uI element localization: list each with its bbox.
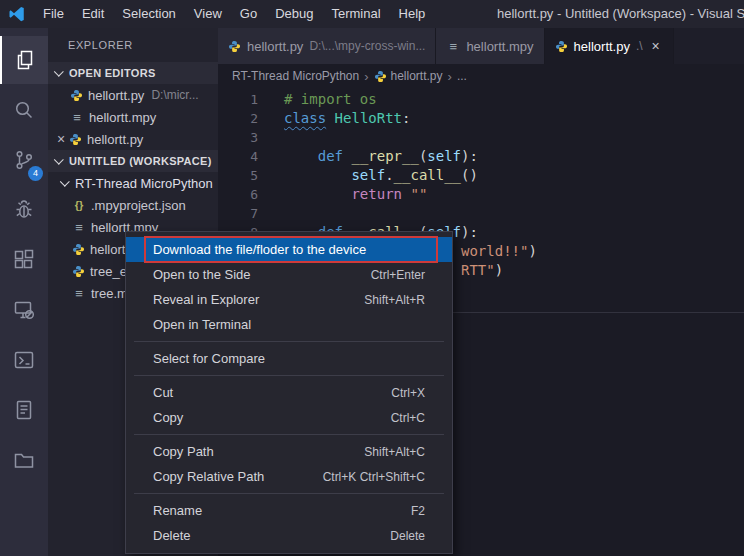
tree-folder-rt-thread-micropython[interactable]: RT-Thread MicroPython: [48, 172, 218, 194]
menu-shortcut: F2: [411, 504, 425, 518]
explorer-icon: [13, 48, 37, 72]
tree-item[interactable]: {} .mpyproject.json: [48, 194, 218, 216]
context-menu-separator: [134, 434, 444, 435]
menubar-item-terminal[interactable]: Terminal: [322, 0, 389, 28]
output-log-icon: [12, 398, 36, 422]
vscode-window: FileEditSelectionViewGoDebugTerminalHelp…: [0, 0, 744, 556]
code-text: class HelloRtt:: [284, 109, 410, 128]
tree-item-label: .mpyproject.json: [91, 198, 186, 213]
tab-label: hellortt.py: [247, 39, 303, 54]
menubar-item-view[interactable]: View: [185, 0, 231, 28]
python-file-icon: [374, 70, 387, 83]
context-menu-item[interactable]: Copy Relative Path Ctrl+K Ctrl+Shift+C: [126, 464, 452, 489]
activity-folder-view[interactable]: [0, 436, 48, 484]
editor-tab[interactable]: hellortt.py .\ ×: [545, 28, 674, 64]
editor-tab[interactable]: hellortt.py D:\...\mpy-cross-win...: [218, 28, 436, 64]
open-editor-item[interactable]: hellortt.py D:\micr...: [48, 84, 218, 106]
extensions-icon: [12, 248, 36, 272]
line-number: 1: [218, 90, 258, 109]
activity-remote-device[interactable]: [0, 286, 48, 334]
json-file-icon: {}: [72, 199, 86, 211]
python-file-icon: [69, 133, 82, 146]
editor-tab[interactable]: ≡ hellortt.mpy: [436, 28, 544, 64]
breadcrumb-label: hellortt.py: [391, 69, 443, 83]
vscode-logo-icon: [0, 5, 34, 23]
open-editor-label: hellortt.mpy: [89, 110, 156, 125]
code-text: self.__call__(): [284, 166, 478, 185]
menubar-item-debug[interactable]: Debug: [266, 0, 322, 28]
menubar-item-go[interactable]: Go: [231, 0, 266, 28]
context-menu-item[interactable]: Select for Compare: [126, 346, 452, 371]
breadcrumb-item[interactable]: RT-Thread MicroPython: [232, 69, 359, 83]
menu-shortcut: Ctrl+K Ctrl+Shift+C: [323, 470, 425, 484]
section-open-editors-label: OPEN EDITORS: [69, 67, 156, 79]
activity-explorer[interactable]: [0, 36, 48, 84]
code-text: # import os: [284, 90, 377, 109]
breadcrumb[interactable]: RT-Thread MicroPython › hellortt.py › ..…: [218, 64, 744, 88]
context-menu-item[interactable]: Cut Ctrl+X: [126, 380, 452, 405]
menubar-item-help[interactable]: Help: [390, 0, 435, 28]
activity-output-log[interactable]: [0, 386, 48, 434]
menu-item-label: Open to the Side: [153, 267, 251, 282]
code-line[interactable]: 2class HelloRtt:: [218, 109, 744, 128]
code-line[interactable]: 6 return "": [218, 185, 744, 204]
activity-debug[interactable]: [0, 186, 48, 234]
menu-shortcut: Shift+Alt+R: [364, 293, 425, 307]
menu-item-label: Open in Terminal: [153, 317, 251, 332]
breadcrumb-item[interactable]: ...: [457, 69, 467, 83]
menu-item-label: Download the file/floder to the device: [153, 242, 366, 257]
section-workspace[interactable]: UNTITLED (WORKSPACE): [48, 150, 218, 172]
menu-item-label: Cut: [153, 385, 173, 400]
code-text: return "": [284, 185, 427, 204]
open-editor-item[interactable]: × hellortt.py: [48, 128, 218, 150]
folder-view-icon: [12, 448, 36, 472]
remote-device-icon: [12, 298, 36, 322]
menu-item-label: Select for Compare: [153, 351, 265, 366]
line-number: 4: [218, 147, 258, 166]
code-line[interactable]: 4 def __repr__(self):: [218, 147, 744, 166]
menubar-item-selection[interactable]: Selection: [113, 0, 184, 28]
open-editor-label: hellortt.py: [87, 132, 143, 147]
breadcrumb-separator: ›: [448, 69, 452, 84]
context-menu-item[interactable]: Open to the Side Ctrl+Enter: [126, 262, 452, 287]
context-menu-separator: [134, 493, 444, 494]
context-menu-item[interactable]: Open in Terminal: [126, 312, 452, 337]
activity-source-control[interactable]: 4: [0, 136, 48, 184]
close-editor-button[interactable]: ×: [53, 131, 69, 147]
window-title: hellortt.py - Untitled (Workspace) - Vis…: [497, 0, 744, 28]
close-tab-button[interactable]: ×: [649, 38, 663, 54]
tab-label: hellortt.mpy: [466, 39, 533, 54]
chevron-down-icon: [54, 154, 64, 164]
activity-terminal-console[interactable]: [0, 336, 48, 384]
context-menu-item[interactable]: Copy Path Shift+Alt+C: [126, 439, 452, 464]
open-editor-label: hellortt.py: [88, 88, 144, 103]
menubar-item-edit[interactable]: Edit: [73, 0, 113, 28]
activity-search[interactable]: [0, 86, 48, 134]
context-menu-item[interactable]: Reveal in Explorer Shift+Alt+R: [126, 287, 452, 312]
debug-icon: [12, 198, 36, 222]
breadcrumb-separator: ›: [364, 69, 368, 84]
breadcrumb-label: RT-Thread MicroPython: [232, 69, 359, 83]
context-menu-item[interactable]: Copy Ctrl+C: [126, 405, 452, 430]
context-menu-item[interactable]: Rename F2: [126, 498, 452, 523]
mpy-file-icon: ≡: [70, 110, 84, 125]
python-file-icon: [555, 40, 568, 53]
menu-item-label: Delete: [153, 528, 191, 543]
mpy-file-icon: ≡: [72, 220, 86, 235]
code-line[interactable]: 5 self.__call__(): [218, 166, 744, 185]
code-line[interactable]: 7: [218, 204, 744, 223]
code-line[interactable]: 3: [218, 128, 744, 147]
python-file-icon: [72, 265, 85, 278]
section-workspace-label: UNTITLED (WORKSPACE): [69, 155, 212, 167]
activity-extensions[interactable]: [0, 236, 48, 284]
menubar-item-file[interactable]: File: [34, 0, 73, 28]
menu-item-label: Reveal in Explorer: [153, 292, 259, 307]
breadcrumb-item[interactable]: hellortt.py: [374, 69, 443, 83]
code-line[interactable]: 1# import os: [218, 90, 744, 109]
open-editor-item[interactable]: ≡ hellortt.mpy: [48, 106, 218, 128]
chevron-down-icon: [54, 66, 64, 76]
context-menu: Download the file/floder to the device O…: [125, 231, 453, 554]
section-open-editors[interactable]: OPEN EDITORS: [48, 62, 218, 84]
context-menu-item[interactable]: Delete Delete: [126, 523, 452, 548]
context-menu-item[interactable]: Download the file/floder to the device: [126, 237, 452, 262]
